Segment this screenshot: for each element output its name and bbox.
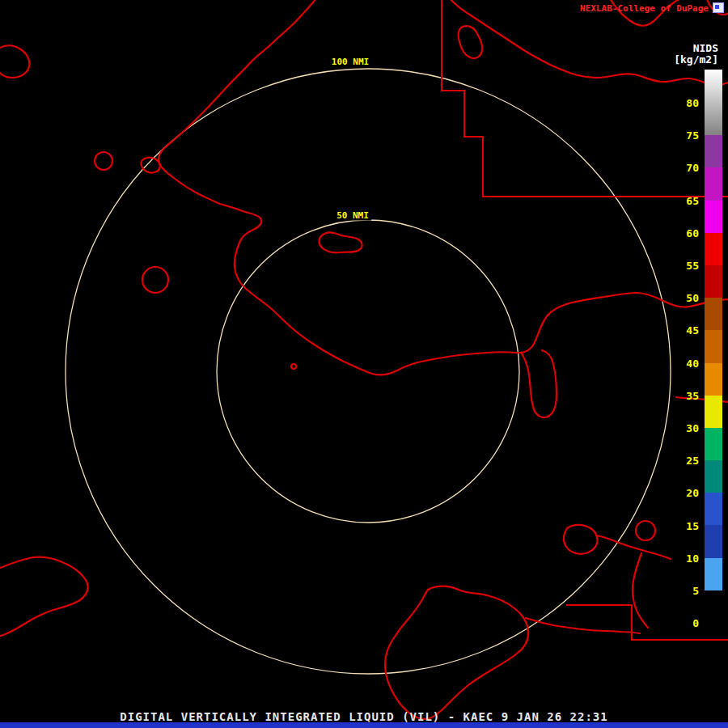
contour-circle-2 xyxy=(142,267,168,293)
coastline-inlet xyxy=(522,350,557,417)
colorbar-segment-65-70 xyxy=(705,167,722,200)
colorbar-segment-50-55 xyxy=(705,265,722,298)
colorbar-units: [kg/m2] xyxy=(674,53,718,66)
brand-icon xyxy=(713,2,724,13)
island-east xyxy=(564,525,598,554)
radar-map-canvas xyxy=(0,0,728,728)
range-ring-label-100nmi: 100 NMI xyxy=(329,57,371,67)
boundary-steps-se xyxy=(566,605,728,640)
colorbar-segment-15-20 xyxy=(705,493,722,525)
colorbar-segment-60-65 xyxy=(705,201,722,233)
range-ring-50nmi xyxy=(217,220,519,523)
colorbar-segment-30-35 xyxy=(705,396,722,428)
contour-dot xyxy=(291,364,296,369)
colorbar-segment-0-5 xyxy=(705,590,722,623)
brand-link[interactable]: NEXLAB-College of DuPage xyxy=(580,3,709,14)
colorbar-segment-40-45 xyxy=(705,330,722,362)
colorbar-segment-45-50 xyxy=(705,298,722,330)
colorbar-segment-5-10 xyxy=(705,558,722,590)
colorbar-segment-20-25 xyxy=(705,460,722,493)
coastline-east1 xyxy=(596,535,671,559)
coastline-south-spur xyxy=(526,618,640,633)
contour-circle-1 xyxy=(95,152,112,170)
product-title: DIGITAL VERTICALLY INTEGRATED LIQUID (VI… xyxy=(0,710,728,723)
colorbar-segment-10-15 xyxy=(705,525,722,557)
map-outlines xyxy=(0,0,728,719)
colorbar-segment-25-30 xyxy=(705,428,722,460)
radar-display: NEXLAB-College of DuPage NIDS [kg/m2] 80… xyxy=(0,0,728,728)
contour-circle-3 xyxy=(636,521,655,540)
colorbar-title: NIDS xyxy=(693,42,718,54)
range-ring-label-50nmi: 50 NMI xyxy=(334,210,371,221)
islet-nw xyxy=(141,158,159,173)
coastline-main xyxy=(159,0,728,375)
colorbar-segment-35-40 xyxy=(705,363,722,396)
bottom-bar xyxy=(0,722,728,728)
colorbar-segment-75-80+ xyxy=(705,70,722,135)
island-sw xyxy=(0,557,88,637)
islet-north xyxy=(459,26,482,58)
coastline-east2 xyxy=(633,553,648,628)
boundary-steps-ne xyxy=(442,0,728,197)
island-nw xyxy=(0,45,29,78)
colorbar xyxy=(705,70,722,623)
colorbar-segment-55-60 xyxy=(705,233,722,265)
landmass-south xyxy=(385,586,528,719)
island-center xyxy=(320,233,362,253)
brand-icon-glyph xyxy=(715,5,719,9)
colorbar-segment-70-75 xyxy=(705,135,722,167)
